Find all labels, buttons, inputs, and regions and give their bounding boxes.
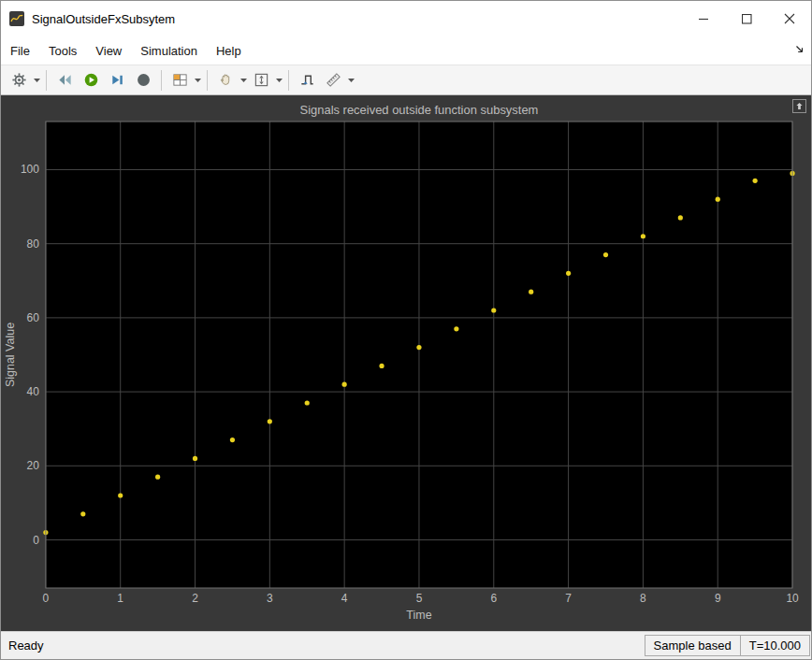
- step-forward-button[interactable]: [104, 68, 130, 93]
- chevron-down-icon: [240, 79, 247, 82]
- x-axis-label: Time: [406, 609, 431, 622]
- settings-button[interactable]: [6, 68, 32, 93]
- toolbar-separator: [161, 70, 162, 91]
- trigger-button[interactable]: [294, 68, 320, 93]
- statusbar-right: Sample based T=10.000: [645, 632, 811, 659]
- data-point: [603, 252, 608, 257]
- data-point: [193, 456, 197, 461]
- data-point: [753, 179, 758, 183]
- y-tick-label: 0: [33, 534, 39, 547]
- menu-view[interactable]: View: [86, 36, 131, 65]
- toolbar-separator: [207, 70, 208, 91]
- x-tick-label: 4: [341, 592, 348, 605]
- run-icon: [83, 72, 99, 88]
- data-point: [379, 364, 384, 368]
- data-point: [155, 475, 160, 480]
- x-tick-label: 0: [43, 592, 50, 605]
- x-tick-label: 9: [715, 592, 721, 605]
- toolbar: [1, 65, 811, 95]
- corner-arrow-icon[interactable]: [795, 45, 805, 54]
- scope-area: Signals received outside function subsys…: [1, 95, 811, 631]
- y-axis-label: Signal Value: [4, 323, 17, 387]
- scope-app-icon: [9, 11, 24, 26]
- pan-dropdown-button[interactable]: [239, 68, 248, 93]
- y-tick-label: 80: [27, 237, 40, 251]
- x-tick-label: 8: [640, 592, 646, 605]
- data-point: [716, 197, 720, 202]
- fit-to-view-dropdown-button[interactable]: [274, 68, 283, 93]
- layout-dropdown-button[interactable]: [193, 68, 202, 93]
- toolbar-separator: [46, 70, 47, 91]
- data-point: [529, 290, 533, 294]
- dock-button[interactable]: [792, 99, 806, 113]
- chevron-down-icon: [34, 79, 40, 82]
- titlebar: SignalOutsideFxSubsytem: [1, 1, 811, 36]
- x-tick-label: 6: [490, 592, 497, 605]
- y-tick-label: 40: [27, 385, 40, 398]
- minimize-button[interactable]: [682, 1, 725, 36]
- x-tick-label: 7: [565, 592, 572, 605]
- data-point: [454, 326, 458, 331]
- statusbar: Ready Sample based T=10.000: [1, 631, 811, 659]
- maximize-button[interactable]: [725, 1, 768, 36]
- data-point: [305, 400, 310, 405]
- menu-file[interactable]: File: [1, 36, 39, 65]
- x-tick-label: 5: [416, 592, 423, 605]
- pan-button[interactable]: [212, 68, 239, 93]
- fit-to-view-icon: [254, 72, 269, 88]
- fit-to-view-button[interactable]: [248, 68, 274, 93]
- sample-mode-cell: Sample based: [645, 635, 741, 656]
- minimize-icon: [699, 14, 709, 24]
- chart-title: Signals received outside function subsys…: [300, 103, 539, 117]
- run-button[interactable]: [78, 68, 104, 93]
- scope-window: SignalOutsideFxSubsytem File Tools View …: [0, 0, 812, 660]
- data-point: [416, 345, 421, 350]
- window-controls: [682, 1, 811, 36]
- y-tick-label: 100: [21, 163, 39, 176]
- y-tick-label: 20: [27, 459, 40, 472]
- menubar: File Tools View Simulation Help: [1, 36, 811, 65]
- data-point: [678, 215, 683, 220]
- step-forward-icon: [109, 72, 125, 88]
- window-title: SignalOutsideFxSubsytem: [32, 12, 175, 26]
- chevron-down-icon: [195, 79, 201, 82]
- x-tick-label: 10: [786, 592, 799, 605]
- data-point: [268, 419, 272, 423]
- y-tick-label: 60: [27, 311, 40, 324]
- close-button[interactable]: [768, 1, 811, 36]
- x-tick-label: 1: [117, 592, 123, 605]
- stop-button[interactable]: [130, 68, 156, 93]
- sim-time-cell: T=10.000: [740, 635, 810, 656]
- stop-icon: [136, 72, 152, 88]
- toolbar-separator: [288, 70, 289, 91]
- maximize-icon: [742, 14, 752, 24]
- data-point: [230, 438, 235, 442]
- data-point: [641, 234, 645, 238]
- measurements-button[interactable]: [320, 68, 346, 93]
- step-back-button[interactable]: [51, 68, 78, 93]
- dock-arrow-icon: [795, 102, 804, 110]
- step-back-icon: [57, 72, 73, 88]
- data-point: [118, 493, 123, 497]
- data-point: [491, 308, 496, 312]
- pan-icon: [218, 72, 234, 88]
- x-tick-label: 2: [192, 592, 198, 605]
- data-point: [566, 271, 571, 276]
- gear-icon: [11, 72, 27, 88]
- chevron-down-icon: [348, 79, 355, 82]
- data-point: [80, 511, 85, 516]
- settings-dropdown-button[interactable]: [32, 68, 41, 93]
- menu-simulation[interactable]: Simulation: [131, 36, 207, 65]
- chevron-down-icon: [276, 79, 283, 82]
- layout-button[interactable]: [167, 68, 193, 93]
- measurements-dropdown-button[interactable]: [346, 68, 355, 93]
- data-point: [342, 382, 347, 387]
- menu-help[interactable]: Help: [207, 36, 251, 65]
- scope-plot[interactable]: Signals received outside function subsys…: [1, 95, 811, 631]
- status-text: Ready: [1, 638, 44, 653]
- close-icon: [784, 13, 795, 24]
- menu-tools[interactable]: Tools: [39, 36, 86, 65]
- measurements-icon: [326, 72, 341, 88]
- trigger-icon: [299, 72, 315, 88]
- layout-icon: [172, 72, 188, 88]
